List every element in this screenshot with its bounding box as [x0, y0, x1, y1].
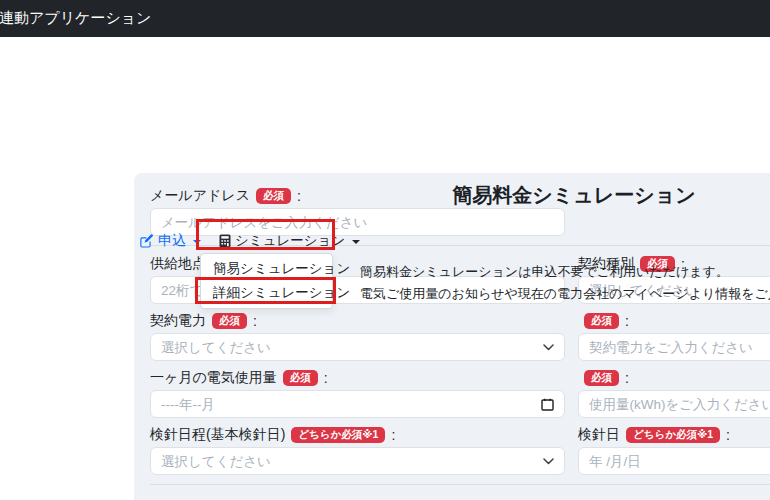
required-badge: 必須: [212, 313, 247, 329]
meter-schedule-input[interactable]: [161, 454, 537, 469]
apply-label: 申込: [158, 232, 186, 250]
label-colon: :: [324, 370, 328, 386]
contract-power-input-shell: [578, 333, 770, 361]
simulation-form-card: メールアドレス 必須 : 供給地点特定番号 必須 :: [134, 173, 770, 500]
field-contract-power-value: 必須 :: [578, 312, 770, 361]
app-brand[interactable]: 連動アプリケーション: [0, 9, 151, 28]
top-navbar: 連動アプリケーション: [0, 0, 770, 37]
caret-down-icon: [193, 240, 201, 244]
field-contract-power-select: 契約電力 必須 :: [150, 312, 565, 361]
action-menu-row: 申込 シミュレーション: [140, 227, 368, 255]
label-colon: :: [253, 313, 257, 329]
field-meter-reading-schedule: 検針日程(基本検針日) どちらか必須※1 :: [150, 426, 565, 475]
field-monthly-usage-month: 一ヶ月の電気使用量 必須 :: [150, 369, 565, 418]
field-label: 検針日程(基本検針日): [150, 426, 285, 444]
pencil-square-icon: [140, 234, 154, 248]
meter-date-input[interactable]: [589, 454, 770, 469]
field-meter-reading-date: 検針日 どちらか必須※1 :: [578, 426, 770, 475]
intro-text: 簡易料金シミュレーションは申込不要でご利用いただけます。 電気ご使用量のお知らせ…: [360, 261, 770, 305]
field-usage-kwh: 必須 :: [578, 369, 770, 418]
meter-date-input-shell: [578, 447, 770, 475]
contract-power-select-input[interactable]: [161, 340, 537, 355]
either-required-badge: どちらか必須※1: [626, 427, 720, 443]
page-title: 簡易料金シミュレーション: [134, 182, 770, 209]
caret-down-icon: [352, 240, 360, 244]
calendar-icon[interactable]: [541, 398, 554, 411]
required-badge: 必須: [584, 313, 619, 329]
label-colon: :: [625, 313, 629, 329]
usage-kwh-input[interactable]: [589, 397, 770, 412]
label-colon: :: [726, 427, 730, 443]
usage-kwh-input-shell: [578, 390, 770, 418]
meter-schedule-select[interactable]: [150, 447, 565, 475]
main-content: 簡易料金シミュレーション 申込 シミュレーション: [134, 173, 770, 500]
usage-month-picker[interactable]: [150, 390, 565, 418]
contract-power-input[interactable]: [589, 340, 770, 355]
simulation-label: シミュレーション: [235, 232, 345, 250]
menu-item-simple-simulation[interactable]: 簡易シミュレーション: [201, 257, 332, 281]
contract-power-select[interactable]: [150, 333, 565, 361]
required-badge: 必須: [584, 370, 619, 386]
section-divider: [150, 484, 770, 485]
required-badge: 必須: [283, 370, 318, 386]
simulation-dropdown-toggle[interactable]: シミュレーション: [211, 227, 368, 255]
usage-month-input[interactable]: [161, 397, 535, 412]
chevron-down-icon: [543, 458, 554, 465]
simulation-dropdown-menu: 簡易シミュレーション 詳細シミュレーション: [200, 253, 333, 309]
field-label: 契約電力: [150, 312, 206, 330]
intro-line-2: 電気ご使用量のお知らせや現在の電力会社のマイページより情報をご入力ください。: [360, 283, 770, 305]
field-label: 一ヶ月の電気使用量: [150, 369, 277, 387]
chevron-down-icon: [543, 344, 554, 351]
calculator-icon: [219, 234, 231, 248]
label-colon: :: [625, 370, 629, 386]
menu-item-detailed-simulation[interactable]: 詳細シミュレーション: [201, 281, 332, 305]
either-required-badge: どちらか必須※1: [291, 427, 385, 443]
field-label: 検針日: [578, 426, 620, 444]
apply-dropdown-toggle[interactable]: 申込: [140, 232, 201, 250]
intro-line-1: 簡易料金シミュレーションは申込不要でご利用いただけます。: [360, 261, 770, 283]
label-colon: :: [391, 427, 395, 443]
